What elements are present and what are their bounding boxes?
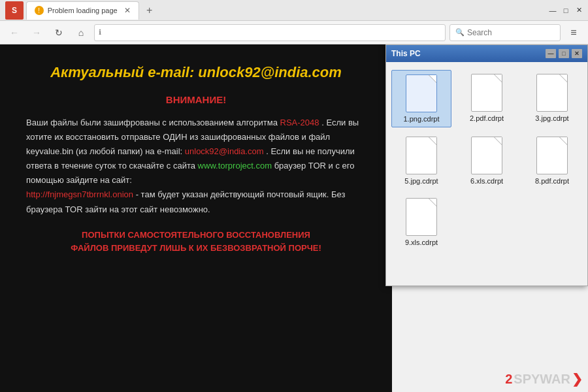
file-panel-controls: — □ ✕ [546,49,582,58]
file-icon [536,74,568,112]
file-item[interactable]: 6.xls.cdrpt [457,133,517,189]
address-bar-container: ℹ [94,24,446,41]
window-controls: — □ ✕ [549,7,583,14]
file-panel-title: This PC [391,49,421,58]
fp-maximize[interactable]: □ [559,49,569,58]
home-button[interactable]: ⌂ [72,24,90,42]
ransom-body-line1: Ваши файлы были зашифрованы с использова… [26,118,278,127]
watermark: 2 SPYWAR ❯ [505,371,583,387]
ransom-body: Ваши файлы были зашифрованы с использова… [26,116,366,217]
tab-close-button[interactable]: ✕ [124,6,131,15]
new-tab-button[interactable]: + [142,3,157,18]
file-icon [406,137,437,174]
file-label: 9.xls.cdrpt [405,238,438,246]
watermark-num: 2 [505,372,512,387]
file-label: 8.pdf.cdrpt [535,177,569,185]
close-button[interactable]: ✕ [575,7,583,14]
ransom-warning-line1: ПОПЫТКИ САМОСТОЯТЕЛЬНОГО ВОССТАНОВЛЕНИЯ [26,229,366,242]
file-item[interactable]: 3.jpg.cdrpt [522,70,582,127]
forward-button[interactable]: → [27,24,46,42]
file-item[interactable]: 8.pdf.cdrpt [522,133,582,189]
file-item[interactable]: 5.jpg.cdrpt [391,133,451,189]
lock-icon: ℹ [99,28,101,37]
file-icon [536,137,568,174]
search-container: 🔍 [449,24,561,41]
ransomware-page: Актуальный e-mail: unlock92@india.com ВН… [0,44,392,392]
ransom-warning: ПОПЫТКИ САМОСТОЯТЕЛЬНОГО ВОССТАНОВЛЕНИЯ … [26,229,366,256]
page-content: Актуальный e-mail: unlock92@india.com ВН… [0,44,588,392]
file-icon [471,137,502,174]
ransom-rsa-label: RSA-2048 [280,118,319,127]
browser-window: S ! Problem loading page ✕ + — □ ✕ ← → ↻… [0,0,588,392]
ransom-email: unlock92@india.com [185,146,264,156]
file-label: 1.png.cdrpt [403,115,439,123]
file-item[interactable]: 9.xls.cdrpt [391,194,451,250]
minimize-button[interactable]: — [549,7,557,14]
file-label: 2.pdf.cdrpt [470,114,504,122]
menu-button[interactable]: ≡ [564,24,583,42]
ransom-tor-link[interactable]: http://fnjmegsn7tbrrnkl.onion [26,189,133,199]
file-panel: This PC — □ ✕ 1.png.cdrpt2.pdf.cdrpt3.jp… [385,44,588,286]
search-input[interactable] [467,28,552,37]
back-button[interactable]: ← [5,24,24,42]
active-tab[interactable]: ! Problem loading page ✕ [26,1,139,20]
address-input[interactable] [104,28,441,37]
fp-close[interactable]: ✕ [572,49,582,58]
file-icon [471,74,502,112]
browser-logo: S [5,1,24,20]
title-bar: S ! Problem loading page ✕ + — □ ✕ [0,0,588,21]
file-item[interactable]: 1.png.cdrpt [391,70,451,127]
ransom-torproject: www.torproject.com [198,161,272,171]
ransom-warning-line2: ФАЙЛОВ ПРИВЕДУТ ЛИШЬ К ИХ БЕЗВОЗВРАТНОЙ … [26,242,366,255]
file-icon [406,198,437,236]
file-icon [406,74,437,112]
maximize-button[interactable]: □ [562,7,570,14]
fp-minimize[interactable]: — [546,49,556,58]
watermark-brand: SPYWAR [514,372,570,387]
file-grid: 1.png.cdrpt2.pdf.cdrpt3.jpg.cdrpt5.jpg.c… [386,62,587,258]
file-panel-header: This PC — □ ✕ [386,45,587,62]
file-label: 3.jpg.cdrpt [535,114,568,122]
ransom-title: Актуальный e-mail: unlock92@india.com [26,64,366,81]
tab-title: Problem loading page [48,7,118,14]
nav-bar: ← → ↻ ⌂ ℹ 🔍 ≡ [0,21,588,44]
reload-button[interactable]: ↻ [50,24,68,42]
file-label: 5.jpg.cdrpt [404,177,438,185]
search-icon: 🔍 [455,28,465,37]
file-label: 6.xls.cdrpt [470,177,503,185]
watermark-arrow: ❯ [572,371,583,387]
file-item[interactable]: 2.pdf.cdrpt [457,70,517,127]
tab-favicon: ! [35,6,44,15]
ransom-attention: ВНИМАНИЕ! [26,94,366,105]
tab-bar: S ! Problem loading page ✕ + [5,0,549,20]
